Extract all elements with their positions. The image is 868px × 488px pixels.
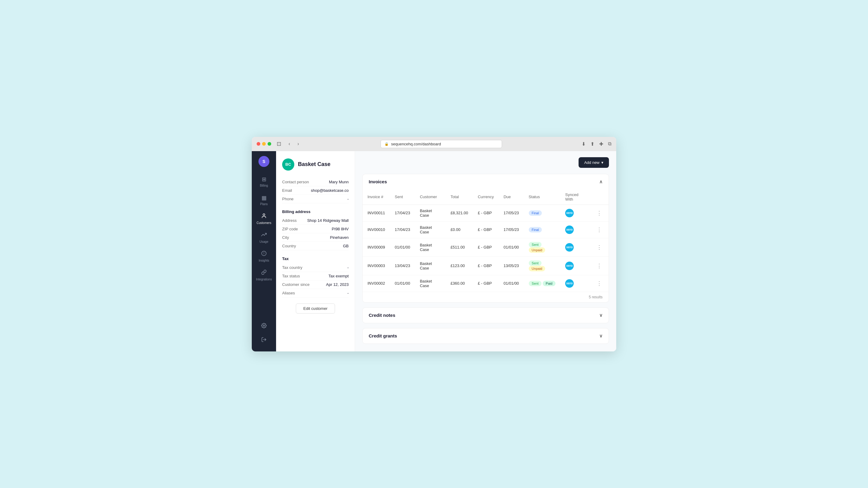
sidebar-item-settings[interactable] (254, 320, 274, 333)
city-label: City (282, 235, 289, 240)
download-icon[interactable]: ⬇ (582, 141, 586, 147)
cell-synced: xero (560, 221, 590, 238)
insights-icon (261, 251, 267, 258)
cell-total: £8,321.00 (445, 204, 473, 221)
cell-status: Sent Unpaid (524, 238, 560, 256)
row-menu-button[interactable]: ⋮ (595, 262, 604, 270)
sidebar-bottom (254, 320, 274, 347)
cell-total: £360.00 (445, 275, 473, 292)
cell-sent: 17/04/23 (390, 204, 415, 221)
invoices-title: Invoices (369, 179, 387, 184)
cell-due: 13/05/23 (499, 256, 524, 275)
billing-address-section: Address Shop 14 Ridgeway Mall ZIP code P… (282, 216, 349, 250)
cell-synced: xero (560, 238, 590, 256)
browser-window: ⊡ ‹ › 🔒 sequencehq.com/dashboard ⬇ ⬆ ✚ ⧉… (252, 137, 616, 351)
address-row: Address Shop 14 Ridgeway Mall (282, 216, 349, 225)
chevron-down-icon: ▾ (601, 160, 603, 165)
back-button[interactable]: ‹ (287, 140, 292, 147)
tax-country-label: Tax country (282, 265, 302, 270)
row-menu-button[interactable]: ⋮ (595, 280, 604, 287)
sidebar-item-usage[interactable]: Usage (254, 229, 274, 247)
invoices-card-header[interactable]: Invoices ∧ (363, 174, 609, 189)
zip-row: ZIP code PI98 8HV (282, 225, 349, 233)
table-row[interactable]: INV00003 13/04/23 Basket Case £123.00 £ … (363, 256, 609, 275)
row-menu-button[interactable]: ⋮ (595, 209, 604, 217)
cell-status: Final (524, 221, 560, 238)
tax-country-row: Tax country - (282, 263, 349, 272)
minimize-button[interactable] (262, 142, 266, 146)
credit-notes-header[interactable]: Credit notes ∨ (363, 308, 609, 323)
contact-person-label: Contact person (282, 180, 309, 184)
new-tab-icon[interactable]: ✚ (599, 141, 603, 147)
status-badge: Unpaid (529, 247, 546, 253)
content-area: BC Basket Case Contact person Mary Munn … (276, 151, 616, 351)
col-invoice-num: Invoice # (363, 189, 390, 205)
cell-sent: 13/04/23 (390, 256, 415, 275)
invoices-card: Invoices ∧ Invoice # Sent Customer Total (362, 174, 609, 302)
cell-due: 17/05/23 (499, 204, 524, 221)
sidebar-toggle-button[interactable]: ⊡ (275, 140, 283, 148)
sidebar-item-insights[interactable]: Insights (254, 248, 274, 265)
contact-section: Contact person Mary Munn Email shop@bask… (282, 178, 349, 203)
browser-actions: ⬇ ⬆ ✚ ⧉ (582, 141, 611, 147)
row-menu-button[interactable]: ⋮ (595, 243, 604, 251)
cell-due: 01/01/00 (499, 275, 524, 292)
cell-actions[interactable]: ⋮ (590, 221, 609, 238)
sidebar-item-logout[interactable] (254, 334, 274, 347)
table-row[interactable]: INV00011 17/04/23 Basket Case £8,321.00 … (363, 204, 609, 221)
sidebar-item-integrations[interactable]: Integrations (254, 266, 274, 284)
credit-grants-header[interactable]: Credit grants ∨ (363, 328, 609, 344)
cell-actions[interactable]: ⋮ (590, 204, 609, 221)
cell-customer: Basket Case (415, 275, 445, 292)
xero-badge: xero (565, 243, 574, 252)
table-row[interactable]: INV00009 01/01/00 Basket Case £511.00 £ … (363, 238, 609, 256)
tabs-icon[interactable]: ⧉ (608, 141, 611, 147)
col-status: Status (524, 189, 560, 205)
share-icon[interactable]: ⬆ (590, 141, 594, 147)
sidebar-item-billing[interactable]: ⊞ Billing (254, 173, 274, 190)
add-new-button[interactable]: Add new ▾ (579, 157, 609, 168)
col-currency: Currency (473, 189, 499, 205)
maximize-button[interactable] (268, 142, 271, 146)
billing-address-title: Billing address (282, 209, 349, 214)
cell-actions[interactable]: ⋮ (590, 238, 609, 256)
cell-synced: xero (560, 256, 590, 275)
cell-status: Sent Paid (524, 275, 560, 292)
customer-header: BC Basket Case (282, 158, 349, 170)
forward-button[interactable]: › (296, 140, 301, 147)
close-button[interactable] (257, 142, 260, 146)
customer-since-label: Customer since (282, 282, 309, 287)
cell-customer: Basket Case (415, 204, 445, 221)
xero-badge: xero (565, 279, 574, 288)
status-badge: Paid (543, 281, 556, 286)
edit-customer-button[interactable]: Edit customer (296, 303, 335, 314)
table-row[interactable]: INV00010 17/04/23 Basket Case £0.00 £ - … (363, 221, 609, 238)
col-synced: Synced With (560, 189, 590, 205)
sidebar-item-customers[interactable]: Customers (254, 210, 274, 228)
chevron-up-icon: ∧ (599, 179, 602, 185)
table-row[interactable]: INV00002 01/01/00 Basket Case £360.00 £ … (363, 275, 609, 292)
col-customer: Customer (415, 189, 445, 205)
browser-chrome: ⊡ ‹ › 🔒 sequencehq.com/dashboard ⬇ ⬆ ✚ ⧉ (252, 137, 616, 151)
cell-currency: £ - GBP (473, 221, 499, 238)
status-badge: Final (529, 210, 542, 216)
cell-actions[interactable]: ⋮ (590, 256, 609, 275)
cell-customer: Basket Case (415, 256, 445, 275)
sidebar: S ⊞ Billing ▦ Plans Customers Usage (252, 151, 276, 351)
table-header-row: Invoice # Sent Customer Total Currency D… (363, 189, 609, 205)
sidebar-item-plans[interactable]: ▦ Plans (254, 192, 274, 209)
row-menu-button[interactable]: ⋮ (595, 226, 604, 234)
url-bar[interactable]: 🔒 sequencehq.com/dashboard (380, 140, 502, 148)
cell-customer: Basket Case (415, 221, 445, 238)
usage-icon (261, 232, 267, 239)
col-due: Due (499, 189, 524, 205)
cell-due: 17/05/23 (499, 221, 524, 238)
logout-icon (261, 337, 267, 344)
tax-country-value: - (347, 265, 349, 270)
sidebar-label-plans: Plans (260, 202, 268, 206)
sidebar-label-customers: Customers (257, 221, 271, 225)
customer-since-row: Customer since Apr 12, 2023 (282, 281, 349, 289)
sidebar-label-insights: Insights (259, 259, 269, 262)
sidebar-label-billing: Billing (260, 184, 268, 187)
cell-actions[interactable]: ⋮ (590, 275, 609, 292)
